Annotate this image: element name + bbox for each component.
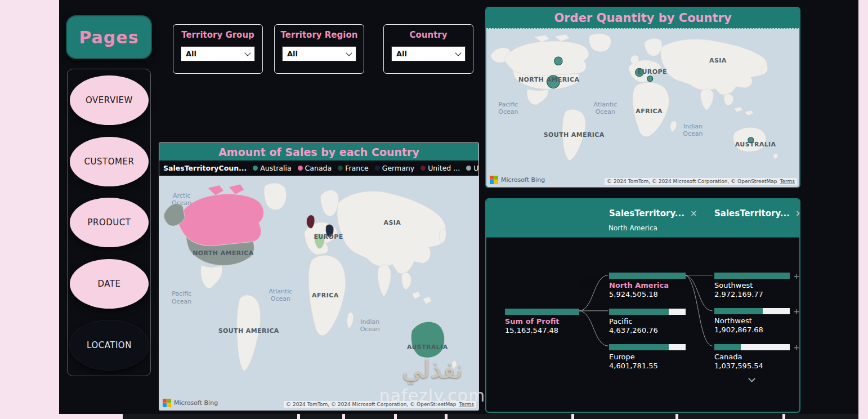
expand-chevron-icon[interactable] (748, 376, 755, 384)
order-quantity-title: Order Quantity by Country (554, 11, 731, 25)
legend-item-germany[interactable]: Germany (375, 164, 414, 172)
world-map-graphic (486, 29, 799, 187)
tree-node-pacific[interactable]: Pacific 4,637,260.76 (609, 309, 686, 335)
nav-overview[interactable]: OVERVIEW (70, 75, 149, 125)
tree-node-northwest[interactable]: Northwest 1,902,867.68 (714, 308, 790, 335)
tree-header: SalesTerritory... × SalesTerritory... × … (486, 199, 799, 238)
pages-title-text: Pages (79, 28, 138, 47)
taskbar-segment[interactable] (448, 414, 571, 419)
taskbar-segment[interactable] (300, 414, 342, 419)
legend-item-usa[interactable]: USA (466, 164, 479, 172)
decomposition-tree-panel: SalesTerritory... × SalesTerritory... × … (485, 198, 800, 413)
territory-region-value: All (287, 50, 298, 58)
legend-dot (253, 166, 258, 171)
taskbar-segment[interactable] (397, 414, 445, 419)
order-quantity-header: Order Quantity by Country (486, 8, 799, 29)
territory-group-dropdown[interactable]: All (181, 46, 255, 61)
terms-link[interactable]: Terms (459, 402, 474, 407)
terms-link[interactable]: Terms (780, 179, 795, 184)
legend-dot (338, 166, 343, 171)
country-australia[interactable] (411, 322, 444, 358)
chevron-down-icon (346, 50, 352, 56)
tree-field-2: SalesTerritory... × (714, 208, 800, 219)
legend-item-canada[interactable]: Canada (298, 164, 332, 172)
remove-field-icon[interactable]: × (690, 208, 697, 219)
tree-field-1: SalesTerritory... × (609, 208, 697, 219)
legend-item-united-kingdom[interactable]: United ... (420, 164, 460, 172)
tree-bar (505, 309, 579, 315)
dashboard: Pages OVERVIEW CUSTOMER PRODUCT DATE LOC… (0, 0, 868, 419)
pages-panel-title: Pages (66, 15, 152, 59)
microsoft-bing-logo: Microsoft Bing (490, 176, 545, 184)
expand-node-icon[interactable]: + (793, 307, 800, 315)
sales-by-country-panel: Amount of Sales by each Country SalesTer… (159, 142, 479, 411)
chevron-down-icon (244, 50, 250, 56)
tree-node-north-america[interactable]: North America 5,924,505.18 (609, 273, 686, 299)
taskbar-segment[interactable] (574, 414, 675, 419)
legend-title: SalesTerritoryCoun... (163, 164, 247, 172)
map-attribution: © 2024 TomTom, © 2024 Microsoft Corporat… (605, 178, 797, 185)
tree-bar (714, 273, 790, 279)
nav-customer[interactable]: CUSTOMER (70, 137, 149, 186)
nav-location[interactable]: LOCATION (70, 320, 149, 370)
filter-country-label: Country (384, 30, 473, 40)
microsoft-logo-icon (163, 399, 171, 407)
tree-bar (609, 309, 669, 315)
sales-panel-header: Amount of Sales by each Country (159, 143, 478, 161)
taskbar-segment[interactable] (678, 414, 782, 419)
order-quantity-panel: Order Quantity by Country (485, 7, 800, 188)
legend-item-australia[interactable]: Australia (253, 164, 291, 172)
legend-item-france[interactable]: France (338, 164, 369, 172)
nav-date[interactable]: DATE (70, 259, 149, 309)
tree-node-europe[interactable]: Europe 4,601,781.55 (609, 344, 686, 371)
map-attribution: © 2024 TomTom, © 2024 Microsoft Corporat… (284, 401, 476, 408)
legend-dot (298, 166, 303, 171)
taskbar-segment[interactable] (785, 414, 858, 419)
legend-dot (466, 166, 471, 171)
tree-node-root[interactable]: Sum of Profit 15,163,547.48 (505, 309, 579, 335)
pages-nav: OVERVIEW CUSTOMER PRODUCT DATE LOCATION (67, 69, 151, 376)
taskbar-segment[interactable] (345, 414, 394, 419)
legend-dot (420, 166, 426, 171)
sales-map[interactable]: NORTH AMERICA EUROPE ASIA AFRICA SOUTH A… (159, 176, 478, 410)
filter-territory-group: Territory Group All (173, 24, 263, 74)
tree-node-canada[interactable]: Canada 1,037,595.54 (714, 344, 790, 371)
expand-node-icon[interactable]: + (793, 272, 800, 280)
filter-territory-region: Territory Region All (274, 24, 364, 74)
expand-node-icon[interactable]: + (793, 344, 800, 351)
remove-field-icon[interactable]: × (795, 208, 800, 219)
tree-bar (714, 308, 763, 314)
legend-dot (375, 166, 380, 171)
filter-territory-group-label: Territory Group (173, 30, 262, 40)
country-value: All (396, 50, 407, 58)
sales-map-legend: SalesTerritoryCoun... Australia Canada F… (159, 161, 478, 176)
chevron-down-icon (455, 50, 461, 56)
tree-node-southwest[interactable]: Southwest 2,972,169.77 (714, 273, 790, 299)
tree-selected-value: North America (609, 224, 657, 232)
sales-panel-title: Amount of Sales by each Country (218, 146, 419, 158)
order-quantity-map[interactable]: NORTH AMERICA EUROPE ASIA AFRICA SOUTH A… (486, 29, 799, 187)
taskbar (0, 414, 868, 419)
microsoft-bing-logo: Microsoft Bing (163, 399, 218, 407)
territory-group-value: All (186, 50, 196, 58)
tree-bar (609, 344, 669, 350)
taskbar-segment[interactable] (123, 414, 297, 419)
microsoft-logo-icon (490, 176, 498, 184)
world-map-graphic (159, 176, 478, 410)
nav-product[interactable]: PRODUCT (70, 198, 149, 247)
tree-bar (714, 344, 741, 350)
filter-country: Country All (383, 24, 473, 74)
country-dropdown[interactable]: All (391, 46, 466, 61)
country-canada[interactable] (178, 194, 264, 246)
territory-region-dropdown[interactable]: All (282, 46, 356, 61)
tree-bar (609, 273, 686, 279)
filter-territory-region-label: Territory Region (275, 30, 364, 40)
